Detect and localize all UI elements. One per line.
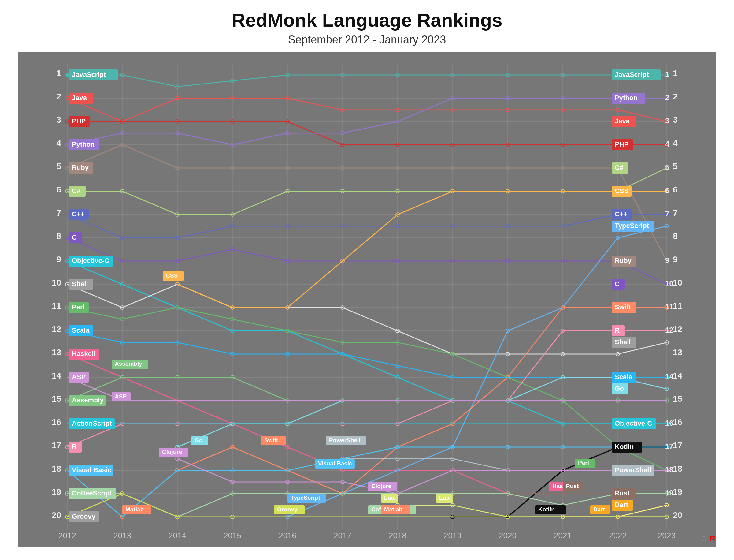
svg-text:2018: 2018 xyxy=(389,531,406,540)
svg-text:5: 5 xyxy=(56,162,61,171)
svg-text:ASP: ASP xyxy=(115,393,127,400)
chart-subtitle: September 2012 - January 2023 xyxy=(288,33,446,46)
svg-text:6: 6 xyxy=(665,186,669,195)
svg-text:Matlab: Matlab xyxy=(125,506,144,513)
svg-text:C++: C++ xyxy=(72,210,85,218)
svg-text:10: 10 xyxy=(673,278,682,287)
svg-text:C++: C++ xyxy=(615,210,628,218)
svg-text:12: 12 xyxy=(52,324,61,334)
svg-text:16: 16 xyxy=(665,419,673,427)
svg-text:17: 17 xyxy=(665,442,673,450)
svg-text:Python: Python xyxy=(615,94,638,102)
svg-text:2012: 2012 xyxy=(58,531,76,540)
svg-text:2020: 2020 xyxy=(499,531,516,540)
chart-area: 2012 2013 2014 2015 2016 2017 2018 2019 … xyxy=(18,52,716,547)
svg-text:Dart: Dart xyxy=(615,501,628,509)
svg-text:2017: 2017 xyxy=(334,531,352,540)
svg-text:5: 5 xyxy=(665,163,669,171)
svg-text:2014: 2014 xyxy=(169,531,186,540)
svg-text:Java: Java xyxy=(615,117,630,125)
svg-text:1: 1 xyxy=(673,69,678,78)
svg-text:Shell: Shell xyxy=(615,338,631,346)
svg-text:18: 18 xyxy=(665,465,673,474)
svg-text:Go: Go xyxy=(195,437,203,443)
svg-text:2022: 2022 xyxy=(609,531,627,540)
svg-text:RedMonk: RedMonk xyxy=(710,534,716,543)
svg-text:Ruby: Ruby xyxy=(615,257,632,264)
svg-text:14: 14 xyxy=(665,372,673,381)
svg-text:19: 19 xyxy=(52,487,61,497)
svg-text:2023: 2023 xyxy=(658,531,676,540)
svg-text:R: R xyxy=(72,443,77,450)
svg-text:Lua: Lua xyxy=(384,495,394,501)
chart-container: RedMonk Language Rankings September 2012… xyxy=(0,0,734,560)
svg-text:R: R xyxy=(615,327,620,334)
svg-text:Haskell: Haskell xyxy=(72,350,95,357)
svg-text:Swift: Swift xyxy=(264,437,278,443)
svg-text:7: 7 xyxy=(56,208,61,218)
svg-text:2021: 2021 xyxy=(554,531,572,540)
svg-text:Go: Go xyxy=(615,385,624,392)
svg-text:Objective-C: Objective-C xyxy=(72,257,109,264)
svg-text:17: 17 xyxy=(52,441,61,450)
svg-text:Rust: Rust xyxy=(615,489,630,497)
svg-text:Assembly: Assembly xyxy=(115,360,142,367)
svg-text:©: © xyxy=(702,535,706,543)
svg-text:CoffeeScript: CoffeeScript xyxy=(72,489,112,497)
svg-text:7: 7 xyxy=(665,210,669,218)
svg-text:TypeScript: TypeScript xyxy=(291,495,320,501)
svg-text:Swift: Swift xyxy=(615,303,631,311)
svg-text:PowerShell: PowerShell xyxy=(615,466,651,474)
svg-text:8: 8 xyxy=(56,231,61,241)
svg-text:Kotlin: Kotlin xyxy=(615,443,634,450)
svg-text:Assembly: Assembly xyxy=(72,396,104,404)
svg-text:5: 5 xyxy=(673,162,678,171)
svg-text:Lua: Lua xyxy=(439,495,449,501)
svg-text:Perl: Perl xyxy=(72,303,85,311)
svg-text:13: 13 xyxy=(52,348,61,357)
svg-text:PowerShell: PowerShell xyxy=(329,437,360,443)
svg-text:Matlab: Matlab xyxy=(384,506,402,513)
svg-text:2015: 2015 xyxy=(224,531,241,540)
svg-text:15: 15 xyxy=(673,394,682,404)
svg-text:18: 18 xyxy=(673,464,682,473)
svg-text:1: 1 xyxy=(665,70,669,78)
svg-text:20: 20 xyxy=(52,510,61,520)
svg-text:C#: C# xyxy=(615,164,623,171)
svg-text:2: 2 xyxy=(673,92,678,101)
svg-text:16: 16 xyxy=(52,417,61,427)
svg-text:7: 7 xyxy=(673,208,678,218)
svg-text:2: 2 xyxy=(665,93,669,102)
svg-text:9: 9 xyxy=(56,255,61,264)
svg-text:6: 6 xyxy=(673,185,678,194)
svg-text:3: 3 xyxy=(56,115,61,125)
chart-title: RedMonk Language Rankings xyxy=(232,9,502,31)
svg-text:2: 2 xyxy=(56,92,61,101)
svg-text:Java: Java xyxy=(72,94,87,102)
svg-text:15: 15 xyxy=(52,394,61,404)
svg-text:C: C xyxy=(72,233,77,241)
svg-text:Rust: Rust xyxy=(566,483,579,489)
svg-text:8: 8 xyxy=(673,231,678,241)
svg-text:13: 13 xyxy=(673,348,682,357)
svg-text:Scala: Scala xyxy=(615,373,632,381)
svg-text:16: 16 xyxy=(673,417,682,427)
svg-text:CSS: CSS xyxy=(615,187,628,195)
svg-text:TypeScript: TypeScript xyxy=(615,222,649,230)
svg-text:4: 4 xyxy=(665,140,669,148)
svg-text:12: 12 xyxy=(673,324,682,334)
svg-text:14: 14 xyxy=(673,371,683,380)
svg-text:11: 11 xyxy=(52,301,61,311)
svg-text:19: 19 xyxy=(673,487,682,497)
svg-text:12: 12 xyxy=(665,326,673,334)
svg-text:1: 1 xyxy=(56,69,61,78)
svg-text:6: 6 xyxy=(56,185,61,194)
svg-point-85 xyxy=(65,73,69,77)
svg-text:Visual Basic: Visual Basic xyxy=(318,460,352,467)
svg-text:Ruby: Ruby xyxy=(72,164,89,171)
svg-text:3: 3 xyxy=(665,117,669,125)
svg-text:Scala: Scala xyxy=(72,327,90,334)
svg-text:JavaScript: JavaScript xyxy=(72,71,106,78)
svg-text:Groovy: Groovy xyxy=(277,506,298,513)
svg-text:14: 14 xyxy=(52,371,62,380)
